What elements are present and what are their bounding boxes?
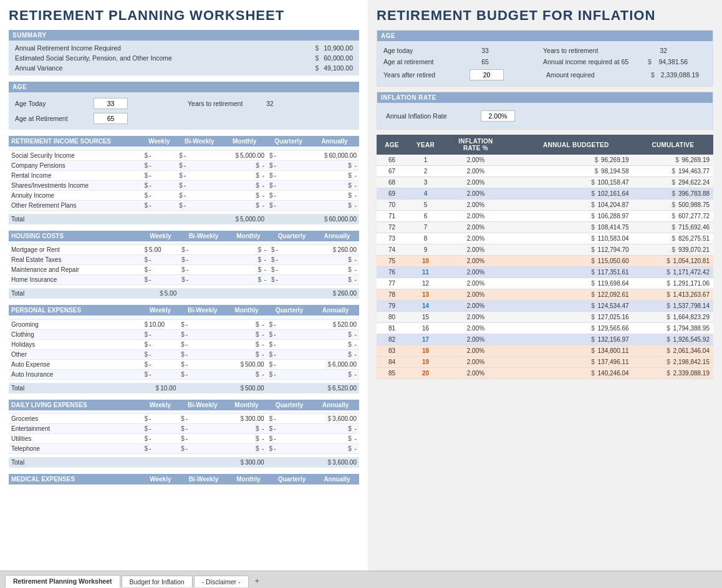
rbi-amount-required-label: Amount required	[546, 71, 646, 79]
infl-cell-spacer	[508, 323, 519, 334]
housing-row-label: Mortgage or Rent	[9, 245, 142, 255]
cell-monthly: $300.00	[226, 414, 266, 424]
infl-cell-rate: 2.00%	[444, 368, 507, 379]
age-section: AGE Age Today Years to retirement 32 Age…	[9, 82, 359, 130]
infl-cell-cumulative: $ 1,413,263.67	[633, 289, 713, 301]
cell-monthly: $500.00	[226, 359, 266, 369]
rbi-years-after-input[interactable]	[469, 69, 504, 80]
table-row: 73 8 2.00% $ 110,583.04 $ 826,275.51	[377, 233, 713, 244]
cell-weekly: $-	[142, 434, 179, 444]
medical-col-annually: Annually	[315, 474, 359, 484]
list-item: Grooming $10.00 $- $ - $- $520.00	[9, 319, 359, 329]
infl-cell-rate: 2.00%	[444, 267, 507, 278]
cell-monthly: $ -	[226, 339, 266, 349]
cell-annually: $ -	[312, 369, 359, 379]
table-row: 84 19 2.00% $ 137,496.11 $ 2,198,842.15	[377, 357, 713, 368]
infl-cell-spacer	[508, 345, 519, 357]
cell-weekly: $-	[142, 329, 179, 339]
cell-quarterly: $-	[267, 319, 312, 329]
age-today-input[interactable]	[94, 98, 128, 109]
housing-total-weekly: $5.00	[142, 289, 180, 299]
cell-quarterly: $-	[269, 275, 315, 285]
infl-cell-annual: $ 119,698.64	[519, 278, 633, 289]
income-table: RETIREMENT INCOME SOURCES Weekly Bi-Week…	[9, 136, 359, 224]
tab-retirement[interactable]: Retirement Planning Worksheet	[5, 575, 120, 588]
infl-th-spacer	[508, 135, 519, 155]
cell-quarterly: $-	[267, 434, 312, 444]
housing-row-label: Home Insurance	[9, 275, 142, 285]
rbi-annual-income-label: Annual income required at 65	[543, 58, 643, 65]
cell-annually: $ -	[312, 349, 359, 359]
infl-cell-annual: $ 140,246.04	[519, 368, 633, 379]
tab-disclaimer[interactable]: - Disclaimer -	[194, 576, 249, 587]
personal-row-label: Other	[9, 349, 142, 359]
medical-col-header: MEDICAL EXPENSES	[9, 474, 142, 484]
rbi-inflation-input[interactable]	[481, 110, 515, 122]
infl-th-cumulative: CUMULATIVE	[633, 135, 713, 155]
rbi-age-retirement-value: 65	[469, 58, 501, 65]
infl-cell-spacer	[508, 368, 519, 379]
infl-cell-year: 11	[407, 267, 444, 278]
rbi-age-today-label: Age today	[383, 47, 464, 54]
income-col-biweekly: Bi-Weekly	[176, 136, 222, 147]
infl-cell-cumulative: $ 2,198,842.15	[633, 357, 713, 368]
housing-table: HOUSING COSTS Weekly Bi-Weekly Monthly Q…	[9, 231, 359, 299]
cell-annually: $ -	[312, 339, 359, 349]
summary-section: SUMMARY Annual Retirement Income Require…	[9, 30, 359, 75]
infl-cell-annual: $ 137,496.11	[519, 357, 633, 368]
cell-weekly: $-	[142, 150, 177, 160]
infl-cell-year: 1	[407, 155, 444, 166]
cell-quarterly: $-	[267, 190, 310, 200]
tab-budget[interactable]: Budget for Inflation	[122, 576, 193, 587]
age-retirement-input[interactable]	[94, 113, 128, 124]
rbi-title: RETIREMENT BUDGET FOR INFLATION	[377, 7, 713, 24]
rbi-inflation-body: Annual Inflation Rate	[377, 103, 713, 129]
cell-weekly: $-	[142, 349, 179, 359]
infl-cell-cumulative: $ 1,664,823.29	[633, 312, 713, 323]
medical-col-quarterly: Quarterly	[269, 474, 315, 484]
infl-th-age: AGE	[377, 135, 407, 155]
cell-monthly: $ -	[226, 444, 266, 454]
personal-section: PERSONAL EXPENSES Weekly Bi-Weekly Month…	[9, 305, 359, 393]
infl-cell-year: 2	[407, 166, 444, 177]
table-row: 76 11 2.00% $ 117,351.61 $ 1,171,472.42	[377, 267, 713, 278]
cell-quarterly: $-	[269, 265, 315, 275]
age-retirement-row: Age at Retirement	[12, 111, 355, 126]
infl-cell-spacer	[508, 155, 519, 166]
infl-cell-year: 5	[407, 200, 444, 211]
infl-cell-rate: 2.00%	[444, 188, 507, 200]
age-retirement-label: Age at Retirement	[15, 115, 84, 122]
cell-weekly: $-	[142, 170, 177, 180]
summary-amount-3: $ 49,100.00	[315, 64, 353, 72]
daily-col-annually: Annually	[312, 400, 359, 410]
right-panel: RETIREMENT BUDGET FOR INFLATION AGE Age …	[368, 0, 722, 571]
age-today-row: Age Today Years to retirement 32	[12, 96, 355, 111]
rbi-inflation-label: Annual Inflation Rate	[386, 112, 473, 120]
infl-cell-cumulative: $ 96,269.19	[633, 155, 713, 166]
tab-add-button[interactable]: +	[250, 574, 265, 587]
infl-cell-rate: 2.00%	[444, 200, 507, 211]
cell-quarterly: $-	[267, 160, 310, 170]
cell-weekly: $-	[142, 424, 179, 434]
cell-annually: $ -	[310, 160, 359, 170]
cell-annually: $3,600.00	[312, 414, 359, 424]
infl-cell-cumulative: $ 396,783.88	[633, 188, 713, 200]
list-item: Other Retirement Plans $- $- $ - $- $ -	[9, 200, 359, 210]
personal-row-label: Clothing	[9, 329, 142, 339]
daily-col-weekly: Weekly	[142, 400, 179, 410]
list-item: Company Pensions $- $- $ - $- $ -	[9, 160, 359, 170]
daily-row-label: Groceries	[9, 414, 142, 424]
daily-col-monthly: Monthly	[226, 400, 266, 410]
medical-col-biweekly: Bi-Weekly	[179, 474, 228, 484]
cell-monthly: $ -	[228, 255, 269, 265]
cell-weekly: $-	[142, 444, 179, 454]
list-item: Other $- $- $ - $- $ -	[9, 349, 359, 359]
table-row: 82 17 2.00% $ 132,156.97 $ 1,926,545.92	[377, 334, 713, 345]
income-col-annually: Annually	[310, 136, 359, 147]
medical-col-weekly: Weekly	[142, 474, 180, 484]
income-total-row: Total $5,000.00 $60,000.00	[9, 214, 359, 224]
infl-cell-spacer	[508, 166, 519, 177]
age-header: AGE	[9, 82, 359, 92]
rbi-age-body: Age today 33 Years to retirement 32 Age …	[377, 41, 713, 86]
income-section: RETIREMENT INCOME SOURCES Weekly Bi-Week…	[9, 136, 359, 224]
